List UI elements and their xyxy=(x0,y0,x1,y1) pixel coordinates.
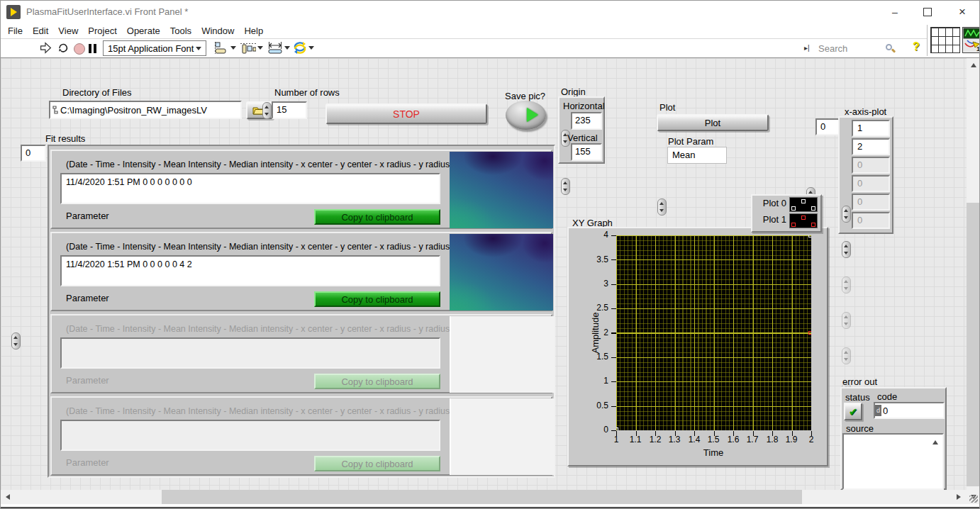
search-box[interactable] xyxy=(814,41,908,56)
fit-image-thumbnail xyxy=(450,234,553,311)
array-element-input[interactable]: 2 xyxy=(852,138,890,155)
fit-row-header: (Date - Time - Intensity - Mean Intensit… xyxy=(66,406,452,416)
vertical-scrollbar[interactable] xyxy=(967,58,980,504)
radix-indicator[interactable]: d xyxy=(875,405,881,416)
x-axis-title: Time xyxy=(685,447,742,458)
play-triangle-icon xyxy=(527,108,538,122)
search-icon[interactable] xyxy=(885,43,896,55)
array-element-input[interactable]: 0 xyxy=(852,157,890,174)
path-type-icon xyxy=(50,102,60,118)
minimize-button[interactable]: – xyxy=(879,1,911,23)
x-tick-label: 1.8 xyxy=(762,435,783,444)
close-button[interactable]: × xyxy=(944,1,980,23)
menu-view[interactable]: View xyxy=(57,24,85,38)
fit-image-thumbnail xyxy=(450,152,553,228)
align-objects-button[interactable] xyxy=(213,42,236,54)
vi-window-icon[interactable]: 1 xyxy=(962,27,980,53)
vertical-scrollbar-thumb[interactable] xyxy=(967,203,980,486)
menu-file[interactable]: File xyxy=(6,24,30,38)
minimize-icon: – xyxy=(892,6,898,18)
fit-row-value-input[interactable] xyxy=(60,420,440,451)
array-element-stepper[interactable] xyxy=(842,276,851,293)
scroll-right-button[interactable] xyxy=(951,490,967,504)
grid-icon[interactable] xyxy=(930,27,960,53)
x-axis-plot-label: x-axis-plot xyxy=(845,106,886,117)
array-element-input[interactable]: 0 xyxy=(852,212,890,229)
search-input[interactable] xyxy=(817,43,885,55)
resize-grip[interactable] xyxy=(969,496,978,503)
legend-entry-label[interactable]: Plot 1 xyxy=(755,214,786,225)
copy-to-clipboard-button[interactable]: Copy to clipboard xyxy=(314,291,440,307)
menu-window[interactable]: Window xyxy=(200,24,241,38)
fit-row-value-input[interactable] xyxy=(60,337,440,369)
number-of-rows-stepper[interactable] xyxy=(262,102,272,119)
maximize-button[interactable] xyxy=(911,1,944,23)
distribute-objects-button[interactable] xyxy=(240,42,263,54)
scroll-up-icon[interactable] xyxy=(932,440,938,444)
resize-objects-button[interactable] xyxy=(267,42,290,54)
directory-label: Directory of Files xyxy=(62,87,132,98)
error-code-input[interactable]: d 0 xyxy=(874,402,945,419)
chevron-left-icon xyxy=(6,494,10,500)
fit-results-label: Fit results xyxy=(45,133,85,144)
legend-entry-label[interactable]: Plot 0 xyxy=(755,198,786,208)
array-element-input[interactable]: 0 xyxy=(852,175,890,192)
fit-image-thumbnail xyxy=(450,398,555,475)
x-axis-plot-index-input[interactable]: 0 xyxy=(815,118,841,135)
horizontal-scrollbar-thumb[interactable] xyxy=(162,490,802,504)
array-element-stepper[interactable] xyxy=(842,206,851,223)
scroll-up-button[interactable] xyxy=(967,58,980,72)
origin-vertical-stepper[interactable] xyxy=(561,178,570,195)
scroll-left-button[interactable] xyxy=(1,490,15,504)
run-continuously-button[interactable] xyxy=(57,41,69,57)
array-element-stepper[interactable] xyxy=(842,347,851,364)
array-element-input[interactable]: 0 xyxy=(852,194,890,211)
menu-project[interactable]: Project xyxy=(87,24,123,38)
array-element-input[interactable]: 1 xyxy=(852,120,890,137)
menu-help[interactable]: Help xyxy=(243,24,270,38)
origin-vertical-input[interactable]: 155 xyxy=(571,143,602,161)
error-source-textarea[interactable] xyxy=(842,433,944,490)
pause-button[interactable] xyxy=(89,43,96,56)
menu-operate[interactable]: Operate xyxy=(126,24,167,38)
plot-button[interactable]: Plot xyxy=(657,114,769,131)
array-element-stepper[interactable] xyxy=(842,312,851,329)
abort-button xyxy=(74,43,85,55)
run-button[interactable] xyxy=(40,42,52,57)
y-tick-label: 4 xyxy=(579,230,608,240)
copy-button-label: Copy to clipboard xyxy=(341,212,413,223)
number-of-rows-input[interactable]: 15 xyxy=(272,101,307,119)
horizontal-scrollbar[interactable] xyxy=(1,490,967,504)
fit-row-header: (Date - Time - Intensity - Mean Intensit… xyxy=(66,324,452,334)
menu-edit[interactable]: Edit xyxy=(31,24,55,38)
stop-button[interactable]: STOP xyxy=(325,104,487,124)
y-tick-label: 3.5 xyxy=(579,254,608,264)
reorder-objects-button[interactable] xyxy=(293,41,314,55)
plot-area[interactable] xyxy=(616,235,811,430)
fit-row-value-input[interactable]: 11/4/2020 1:51 PM 0 0 0 0 0 0 0 xyxy=(60,173,440,204)
fit-result-row: (Date - Time - Intensity - Mean Intensit… xyxy=(50,396,552,476)
plot-param-ring[interactable]: Mean xyxy=(667,147,727,164)
x-tick-label: 2 xyxy=(801,435,822,444)
error-status-led[interactable]: ✔ xyxy=(844,403,862,420)
save-pic-button[interactable] xyxy=(506,101,546,130)
menubar: File Edit View Project Operate Tools Win… xyxy=(1,23,979,39)
chevron-down-icon xyxy=(196,47,201,50)
fit-row-value-input[interactable]: 11/4/2020 1:51 PM 0 0 0 0 0 4 2 xyxy=(60,255,440,286)
font-selector[interactable]: 15pt Application Font xyxy=(103,40,206,56)
copy-to-clipboard-button[interactable]: Copy to clipboard xyxy=(314,209,440,225)
legend-swatch-plot0[interactable] xyxy=(789,197,818,212)
plot-param-stepper[interactable] xyxy=(657,198,667,216)
origin-horizontal-input[interactable]: 235 xyxy=(571,112,602,130)
fit-row-header: (Date - Time - Intensity - Mean Intensit… xyxy=(66,160,452,169)
menu-tools[interactable]: Tools xyxy=(169,24,199,38)
directory-path-input[interactable]: C:\Imaging\Positron_RW_imagesLV xyxy=(49,101,242,119)
legend-swatch-plot1[interactable] xyxy=(789,213,818,228)
array-element-stepper[interactable] xyxy=(842,241,851,258)
fit-results-index-input[interactable]: 0 xyxy=(21,145,46,162)
fit-results-index-stepper[interactable] xyxy=(11,332,21,349)
help-icon[interactable]: ? xyxy=(913,40,920,53)
toolbar-overflow-icon[interactable]: ▸| xyxy=(804,44,810,52)
fit-row-header: (Date - Time - Intensity - Mean Intensit… xyxy=(66,242,452,252)
fit-result-row: (Date - Time - Intensity - Mean Intensit… xyxy=(50,150,552,229)
